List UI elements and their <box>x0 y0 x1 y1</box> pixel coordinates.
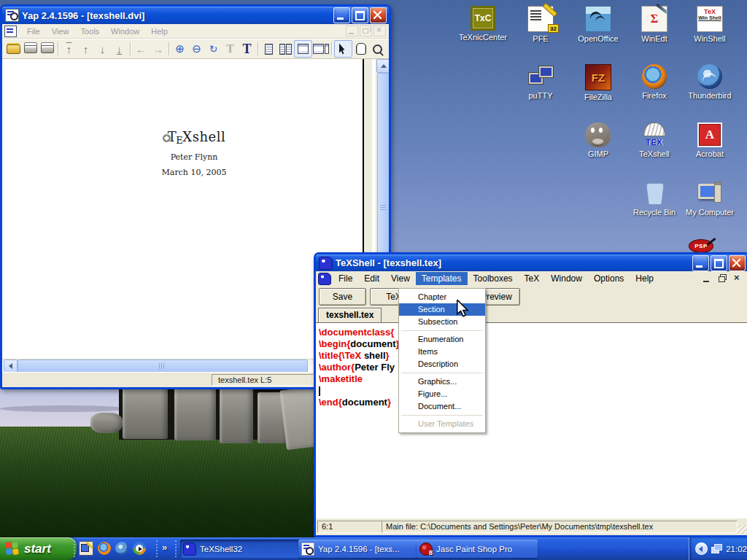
resize-grip[interactable] <box>738 525 747 534</box>
desktop-icon-thunderbird[interactable]: Thunderbird <box>681 64 738 100</box>
scroll-left-button[interactable] <box>4 359 18 373</box>
magnifier-tool-icon[interactable] <box>369 41 386 57</box>
print-icon[interactable] <box>22 41 39 57</box>
texshell-window-title: TeXShell - [texshell.tex] <box>336 257 691 268</box>
texshell-menu-window[interactable]: Window <box>545 272 588 285</box>
source-link-marker-icon <box>163 134 171 142</box>
texshell-menu-view[interactable]: View <box>385 272 416 285</box>
yap-menu-file[interactable]: File <box>21 26 46 37</box>
desktop-icon-putty[interactable]: puTTY <box>512 64 569 100</box>
texshell-titlebar[interactable]: TeXShell - [texshell.tex] <box>316 254 747 271</box>
page-double-icon[interactable] <box>277 41 294 57</box>
menu-item-chapter[interactable]: Chapter <box>399 291 485 303</box>
yap-menu-window[interactable]: Window <box>105 26 145 37</box>
horizontal-scroll-thumb[interactable] <box>18 359 308 373</box>
network-tray-icon[interactable] <box>711 544 723 554</box>
forward-icon[interactable]: → <box>150 41 166 57</box>
menu-item-enumeration[interactable]: Enumeration <box>399 333 485 346</box>
mdi-restore-icon[interactable] <box>716 273 729 284</box>
last-page-icon[interactable]: ↓ <box>111 41 128 57</box>
texshell-menu-tex[interactable]: TeX <box>519 272 546 285</box>
desktop-icon-acrobat[interactable]: AAcrobat <box>681 122 738 158</box>
status-main-file: Main file: C:\Documents and Settings\Pet… <box>382 521 738 533</box>
first-page-icon[interactable]: ↑ <box>61 41 77 57</box>
next-page-icon[interactable]: ↓ <box>94 41 111 57</box>
menu-item-section[interactable]: Section <box>399 303 485 316</box>
pointer-tool-icon[interactable] <box>334 40 352 58</box>
taskbar-button-texshell[interactable]: TeXShell32 <box>180 540 301 558</box>
tab-texshell-tex[interactable]: texshell.tex <box>318 308 382 322</box>
desktop-icon-pfe[interactable]: 32PFE <box>512 6 569 43</box>
texshell-button-save[interactable]: Save <box>319 288 366 306</box>
menu-item-subsection[interactable]: Subsection <box>399 316 485 328</box>
desktop-icon-gimp[interactable]: GIMP <box>570 122 627 158</box>
texshell-menu-options[interactable]: Options <box>588 272 630 285</box>
yap-close-button[interactable] <box>370 7 387 23</box>
yap-menu-tools[interactable]: Tools <box>74 26 105 37</box>
yap-titlebar[interactable]: Yap 2.4.1596 - [texshell.dvi] <box>2 7 389 24</box>
desktop-icon-recycle-bin[interactable]: Recycle Bin <box>626 181 683 217</box>
desktop-icon-my-computer[interactable]: My Computer <box>681 181 738 217</box>
text-tool-icon[interactable]: T <box>239 41 255 57</box>
desktop-icon-label: Acrobat <box>681 149 738 158</box>
mdi-minimize-icon[interactable] <box>346 26 358 36</box>
desktop-icon-texniccenter[interactable]: TxCTeXnicCenter <box>454 6 511 42</box>
page-single-icon[interactable] <box>260 41 277 57</box>
desktop-icon-filezilla[interactable]: FZFileZilla <box>570 64 627 101</box>
texshell-app-icon <box>319 257 333 270</box>
texniccenter-icon: TxC <box>471 6 495 31</box>
menu-item-items[interactable]: Items <box>399 346 485 358</box>
menu-item-graphics[interactable]: Graphics... <box>399 376 485 388</box>
desktop-icon-texshell-app[interactable]: TEXTeXshell <box>626 122 683 158</box>
texshell-maximize-button[interactable] <box>711 255 727 271</box>
yap-minimize-button[interactable] <box>333 7 350 23</box>
zoom-in-icon[interactable]: ⊕ <box>171 41 188 57</box>
yap-menu-view[interactable]: View <box>46 26 75 37</box>
print-setup-icon[interactable] <box>39 41 55 57</box>
menu-item-user-templates[interactable]: User Templates <box>399 418 485 430</box>
refresh-icon[interactable]: ↻ <box>205 41 222 57</box>
yap-menu-help[interactable]: Help <box>145 26 174 37</box>
pfe-icon: 32 <box>527 6 554 32</box>
mdi-minimize-icon[interactable] <box>700 273 713 284</box>
zoom-out-icon[interactable]: ⊖ <box>188 41 205 57</box>
desktop-icon-openoffice[interactable]: OpenOffice <box>570 6 627 43</box>
texshell-menu-help[interactable]: Help <box>630 272 659 285</box>
menu-item-document[interactable]: Document... <box>399 400 485 413</box>
dvi-title: TEXshell <box>132 129 256 144</box>
prev-page-icon[interactable]: ↑ <box>77 41 94 57</box>
desktop-icon-winedt[interactable]: ΣWinEdt <box>626 6 683 43</box>
texshell-statusbar: 6:1 Main file: C:\Documents and Settings… <box>316 518 747 535</box>
editor-line: \documentclass{ <box>319 327 747 338</box>
mdi-close-icon[interactable] <box>374 26 386 36</box>
back-icon[interactable]: ← <box>133 41 150 57</box>
page-width-icon[interactable] <box>294 40 312 58</box>
texshell-window: TeXShell - [texshell.tex] FileEditViewTe… <box>314 252 747 537</box>
texshell-editor[interactable]: \documentclass{\begin{document}\title{\T… <box>316 322 747 518</box>
texshell-close-button[interactable] <box>729 255 746 271</box>
yap-maximize-button[interactable] <box>352 7 368 23</box>
texshell-menu-toolboxes[interactable]: Toolboxes <box>468 272 519 285</box>
desktop-icon-label: TeXshell <box>626 149 683 158</box>
mdi-restore-icon[interactable] <box>360 26 372 36</box>
desktop-icon-winshell[interactable]: TeXWin ShellWinShell <box>681 6 738 43</box>
scroll-up-button[interactable] <box>376 59 389 73</box>
system-tray: 21:02 <box>689 537 747 560</box>
texshell-menu-file[interactable]: File <box>333 272 358 285</box>
desktop-icon-label: puTTY <box>512 91 569 100</box>
open-folder-icon[interactable] <box>5 41 22 57</box>
hand-tool-icon[interactable] <box>352 41 369 57</box>
menu-item-description[interactable]: Description <box>399 358 485 370</box>
page-width2-icon[interactable] <box>312 41 329 57</box>
taskbar-button-yap[interactable]: Yap 2.4.1596 - [texs... <box>298 540 419 558</box>
ruler-tool-icon[interactable]: T <box>222 41 239 57</box>
mdi-close-icon[interactable] <box>731 273 744 284</box>
desktop-icon-firefox[interactable]: Firefox <box>626 64 683 100</box>
desktop-icon-label: Recycle Bin <box>626 208 683 217</box>
menu-item-figure[interactable]: Figure... <box>399 388 485 400</box>
texshell-menu-templates[interactable]: Templates <box>416 272 468 285</box>
tray-chevron-button[interactable] <box>695 542 708 555</box>
texshell-menu-edit[interactable]: Edit <box>358 272 385 285</box>
texshell-minimize-button[interactable] <box>692 255 709 271</box>
taskbar-button-psp[interactable]: 8Jasc Paint Shop Pro <box>417 540 538 558</box>
